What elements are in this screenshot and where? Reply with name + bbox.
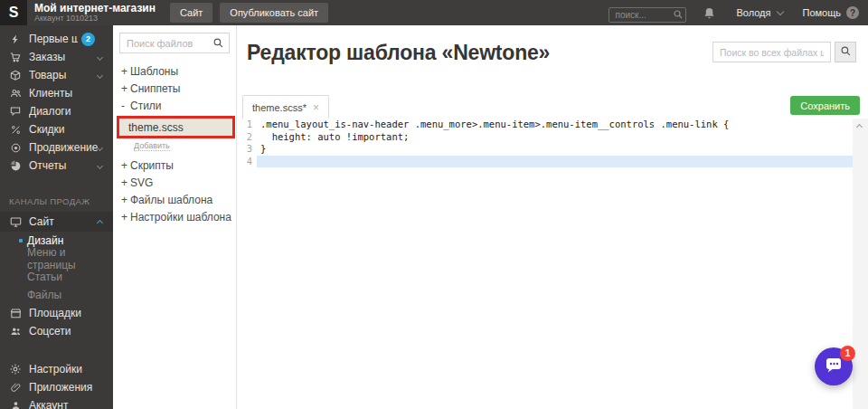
- search-icon[interactable]: [212, 37, 224, 49]
- tab-label: theme.scss*: [252, 102, 307, 113]
- sidebar-item-account[interactable]: Аккаунт: [0, 396, 113, 409]
- tree-item-label: Файлы шаблона: [130, 194, 212, 206]
- expand-icon[interactable]: +: [121, 65, 130, 78]
- chevron-up-icon: [97, 220, 103, 226]
- sidebar-item-label: Соцсети: [29, 325, 113, 338]
- code-text: height: auto !important;: [257, 131, 853, 144]
- expand-icon[interactable]: +: [121, 211, 130, 224]
- save-button[interactable]: Сохранить: [790, 96, 860, 115]
- tree-item-template-files[interactable]: + Файлы шаблона: [113, 191, 236, 208]
- expand-icon[interactable]: +: [121, 159, 130, 172]
- tree-item-styles[interactable]: - Стили: [113, 97, 236, 114]
- sidebar-item-promotion[interactable]: Продвижение: [0, 138, 113, 157]
- close-icon[interactable]: ×: [313, 101, 319, 114]
- sidebar-item-settings[interactable]: Настройки: [0, 360, 113, 378]
- tree-item-scripts[interactable]: + Скрипты: [113, 157, 236, 174]
- sidebar-item-label: Продвижение: [29, 141, 98, 154]
- all-files-search-button[interactable]: [835, 42, 856, 62]
- notifications-bell-icon[interactable]: [703, 6, 716, 20]
- sidebar-subitem-label: Статьи: [27, 271, 62, 283]
- sidebar-item-marketplaces[interactable]: Площадки: [0, 304, 113, 322]
- expand-icon[interactable]: +: [121, 194, 130, 206]
- paperclip-icon: [5, 382, 25, 394]
- lightning-icon: [5, 33, 25, 45]
- site-button[interactable]: Сайт: [170, 3, 212, 23]
- collapse-icon[interactable]: -: [121, 100, 130, 112]
- code-text: .menu_layout_is-nav-header .menu_more>.m…: [257, 119, 853, 131]
- tree-item-label: Скрипты: [130, 159, 174, 172]
- sidebar-item-social[interactable]: Соцсети: [0, 322, 113, 340]
- sidebar-item-label: Скидки: [29, 123, 113, 136]
- all-files-search: [712, 42, 856, 62]
- sidebar-item-label: Площадки: [29, 307, 113, 319]
- question-mark-icon: ?: [846, 6, 859, 19]
- sidebar-item-apps[interactable]: Приложения: [0, 378, 113, 396]
- global-search: [609, 5, 686, 21]
- sidebar-subitem-menu-pages[interactable]: Меню и страницы: [0, 250, 113, 268]
- sidebar-gap: [0, 340, 113, 360]
- sidebar-subitem-files[interactable]: Файлы: [0, 286, 113, 304]
- tree-item-label: Сниппеты: [130, 82, 180, 95]
- sidebar-item-customers[interactable]: Клиенты: [0, 84, 113, 102]
- account-id: Аккаунт 1010213: [34, 14, 156, 23]
- chevron-down-icon: [97, 53, 103, 60]
- code-line-active[interactable]: 4: [237, 156, 853, 168]
- sidebar-item-label: Клиенты: [29, 87, 113, 100]
- storefront-icon: [5, 307, 25, 319]
- line-number: 4: [237, 156, 257, 168]
- gear-icon: [5, 363, 25, 376]
- code-line[interactable]: 1 .menu_layout_is-nav-header .menu_more>…: [237, 119, 853, 131]
- sidebar-item-site[interactable]: Сайт: [0, 212, 113, 232]
- tree-item-templates[interactable]: + Шаблоны: [113, 62, 236, 80]
- cart-icon: [5, 51, 25, 63]
- tree-item-label: Шаблоны: [130, 65, 178, 78]
- tab-theme-scss[interactable]: theme.scss* ×: [242, 95, 329, 119]
- pie-chart-icon: [5, 160, 25, 172]
- editor-scrollbar[interactable]: [853, 119, 868, 409]
- tree-item-template-settings[interactable]: + Настройки шаблона: [113, 208, 236, 225]
- scroll-up-arrow-icon[interactable]: [856, 124, 863, 130]
- app-logo[interactable]: S: [0, 0, 27, 25]
- expand-icon[interactable]: +: [121, 82, 130, 95]
- help-menu[interactable]: Помощь ?: [803, 6, 860, 19]
- template-editor-area: Редактор шаблона «Newtone» theme.scss* ×…: [237, 25, 868, 409]
- chevron-down-icon: [97, 144, 103, 150]
- chevron-down-icon: [776, 7, 783, 14]
- tree-file-theme-scss-selected[interactable]: theme.scss: [117, 116, 235, 138]
- code-text: }: [257, 143, 853, 156]
- expand-icon[interactable]: +: [121, 176, 130, 189]
- tree-item-snippets[interactable]: + Сниппеты: [113, 80, 236, 97]
- page-title: Редактор шаблона «Newtone»: [247, 41, 550, 65]
- sidebar-item-orders[interactable]: Заказы: [0, 48, 113, 66]
- file-search-input[interactable]: [120, 38, 212, 49]
- sidebar-item-label: Заказы: [29, 51, 98, 63]
- sidebar-item-first-steps[interactable]: Первые шаги 2: [0, 30, 113, 48]
- topbar: S Мой интернет-магазин Аккаунт 1010213 С…: [0, 0, 868, 25]
- code-line[interactable]: 3 }: [237, 143, 853, 156]
- sidebar-item-products[interactable]: Товары: [0, 66, 113, 84]
- template-files-panel: + Шаблоны + Сниппеты - Стили theme.scss …: [113, 25, 237, 409]
- sidebar-item-label: Аккаунт: [29, 399, 113, 409]
- add-file-link[interactable]: Добавить: [134, 141, 170, 151]
- active-dot: [19, 239, 23, 243]
- support-chat-button[interactable]: 1: [815, 347, 853, 385]
- sidebar-item-label: Настройки: [29, 363, 113, 376]
- sidebar-subitem-label: Файлы: [27, 289, 61, 301]
- search-icon: [673, 7, 684, 24]
- tree-item-svg[interactable]: + SVG: [113, 174, 236, 191]
- target-icon: [5, 142, 25, 154]
- all-files-search-input[interactable]: [712, 42, 831, 62]
- user-menu[interactable]: Володя: [736, 7, 782, 18]
- sidebar-item-discounts[interactable]: Скидки: [0, 120, 113, 138]
- code-line[interactable]: 2 height: auto !important;: [237, 131, 853, 144]
- store-title: Мой интернет-магазин: [34, 3, 156, 14]
- sidebar-subitem-articles[interactable]: Статьи: [0, 268, 113, 286]
- publish-site-button[interactable]: Опубликовать сайт: [220, 3, 328, 23]
- code-editor[interactable]: 1 .menu_layout_is-nav-header .menu_more>…: [237, 119, 853, 409]
- store-brand: Мой интернет-магазин Аккаунт 1010213: [34, 3, 156, 23]
- sidebar-item-reports[interactable]: Отчеты: [0, 157, 113, 175]
- sidebar-item-dialogs[interactable]: Диалоги: [0, 102, 113, 120]
- line-number: 1: [237, 119, 257, 131]
- selected-file-label: theme.scss: [128, 121, 184, 134]
- tree-item-label: Стили: [130, 100, 162, 112]
